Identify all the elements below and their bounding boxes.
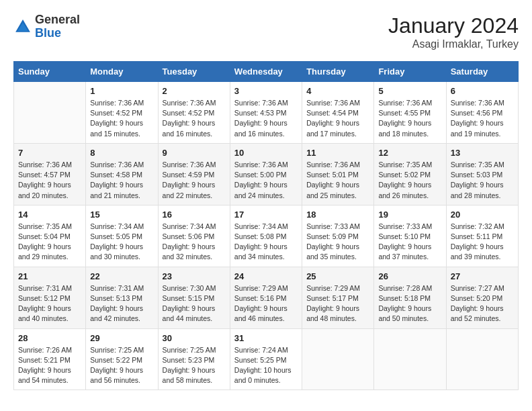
- logo-general: General: [35, 13, 80, 27]
- day-info: Sunrise: 7:26 AMSunset: 5:21 PMDaylight:…: [18, 345, 81, 386]
- logo: General Blue: [13, 13, 80, 40]
- day-info: Sunrise: 7:28 AMSunset: 5:18 PMDaylight:…: [378, 283, 441, 324]
- day-number: 20: [451, 210, 514, 220]
- day-number: 19: [378, 210, 441, 220]
- calendar-cell: 27Sunrise: 7:27 AMSunset: 5:20 PMDayligh…: [446, 267, 518, 328]
- weekday-header: Monday: [86, 62, 158, 82]
- day-info: Sunrise: 7:36 AMSunset: 4:55 PMDaylight:…: [378, 98, 441, 139]
- day-info: Sunrise: 7:31 AMSunset: 5:13 PMDaylight:…: [90, 283, 153, 324]
- weekday-header: Tuesday: [158, 62, 230, 82]
- day-info: Sunrise: 7:36 AMSunset: 5:01 PMDaylight:…: [306, 160, 369, 201]
- weekday-header: Thursday: [302, 62, 374, 82]
- calendar-cell: 6Sunrise: 7:36 AMSunset: 4:56 PMDaylight…: [446, 82, 518, 144]
- day-number: 22: [90, 271, 153, 281]
- calendar-cell: 15Sunrise: 7:34 AMSunset: 5:05 PMDayligh…: [86, 205, 158, 267]
- day-number: 7: [18, 148, 81, 158]
- day-info: Sunrise: 7:36 AMSunset: 4:53 PMDaylight:…: [234, 98, 298, 139]
- day-info: Sunrise: 7:25 AMSunset: 5:22 PMDaylight:…: [90, 345, 153, 386]
- day-info: Sunrise: 7:31 AMSunset: 5:12 PMDaylight:…: [18, 283, 81, 324]
- calendar-cell: 23Sunrise: 7:30 AMSunset: 5:15 PMDayligh…: [158, 267, 230, 328]
- day-number: 1: [90, 86, 153, 96]
- calendar-cell: 16Sunrise: 7:34 AMSunset: 5:06 PMDayligh…: [158, 205, 230, 267]
- day-number: 16: [163, 210, 226, 220]
- calendar-cell: 31Sunrise: 7:24 AMSunset: 5:25 PMDayligh…: [230, 328, 302, 390]
- day-info: Sunrise: 7:27 AMSunset: 5:20 PMDaylight:…: [451, 283, 514, 324]
- calendar-cell: [374, 328, 446, 390]
- calendar-cell: 10Sunrise: 7:36 AMSunset: 5:00 PMDayligh…: [230, 143, 302, 205]
- day-number: 21: [18, 271, 81, 281]
- calendar-cell: 22Sunrise: 7:31 AMSunset: 5:13 PMDayligh…: [86, 267, 158, 328]
- calendar-cell: 24Sunrise: 7:29 AMSunset: 5:16 PMDayligh…: [230, 267, 302, 328]
- calendar-cell: [446, 328, 518, 390]
- calendar-table: SundayMondayTuesdayWednesdayThursdayFrid…: [13, 61, 519, 390]
- calendar-cell: 19Sunrise: 7:33 AMSunset: 5:10 PMDayligh…: [374, 205, 446, 267]
- calendar-cell: 11Sunrise: 7:36 AMSunset: 5:01 PMDayligh…: [302, 143, 374, 205]
- calendar-week-row: 14Sunrise: 7:35 AMSunset: 5:04 PMDayligh…: [14, 205, 519, 267]
- day-info: Sunrise: 7:32 AMSunset: 5:11 PMDaylight:…: [451, 222, 514, 263]
- calendar-cell: 8Sunrise: 7:36 AMSunset: 4:58 PMDaylight…: [86, 143, 158, 205]
- calendar-cell: 17Sunrise: 7:34 AMSunset: 5:08 PMDayligh…: [230, 205, 302, 267]
- day-number: 10: [234, 148, 298, 158]
- day-info: Sunrise: 7:36 AMSunset: 4:52 PMDaylight:…: [163, 98, 226, 139]
- day-info: Sunrise: 7:36 AMSunset: 4:56 PMDaylight:…: [451, 98, 514, 139]
- calendar-cell: 12Sunrise: 7:35 AMSunset: 5:02 PMDayligh…: [374, 143, 446, 205]
- day-number: 9: [163, 148, 226, 158]
- day-info: Sunrise: 7:36 AMSunset: 5:00 PMDaylight:…: [234, 160, 298, 201]
- logo-blue: Blue: [35, 27, 80, 40]
- calendar-cell: 1Sunrise: 7:36 AMSunset: 4:52 PMDaylight…: [86, 82, 158, 144]
- day-info: Sunrise: 7:34 AMSunset: 5:08 PMDaylight:…: [234, 222, 298, 263]
- calendar-cell: 28Sunrise: 7:26 AMSunset: 5:21 PMDayligh…: [14, 328, 86, 390]
- day-info: Sunrise: 7:36 AMSunset: 4:54 PMDaylight:…: [306, 98, 369, 139]
- page-subtitle: Asagi Irmaklar, Turkey: [388, 38, 519, 50]
- day-number: 15: [90, 210, 153, 220]
- day-number: 25: [306, 271, 369, 281]
- day-number: 29: [90, 333, 153, 343]
- day-info: Sunrise: 7:36 AMSunset: 4:52 PMDaylight:…: [90, 98, 153, 139]
- day-info: Sunrise: 7:24 AMSunset: 5:25 PMDaylight:…: [234, 345, 298, 386]
- calendar-cell: 4Sunrise: 7:36 AMSunset: 4:54 PMDaylight…: [302, 82, 374, 144]
- calendar-cell: 5Sunrise: 7:36 AMSunset: 4:55 PMDaylight…: [374, 82, 446, 144]
- calendar-cell: 7Sunrise: 7:36 AMSunset: 4:57 PMDaylight…: [14, 143, 86, 205]
- calendar-week-row: 28Sunrise: 7:26 AMSunset: 5:21 PMDayligh…: [14, 328, 519, 390]
- day-number: 5: [378, 86, 441, 96]
- weekday-header: Wednesday: [230, 62, 302, 82]
- day-info: Sunrise: 7:34 AMSunset: 5:06 PMDaylight:…: [163, 222, 226, 263]
- day-number: 27: [451, 271, 514, 281]
- day-number: 28: [18, 333, 81, 343]
- day-info: Sunrise: 7:30 AMSunset: 5:15 PMDaylight:…: [163, 283, 226, 324]
- calendar-cell: 29Sunrise: 7:25 AMSunset: 5:22 PMDayligh…: [86, 328, 158, 390]
- calendar-cell: [14, 82, 86, 144]
- day-number: 17: [234, 210, 298, 220]
- day-number: 30: [163, 333, 226, 343]
- logo-text: General Blue: [35, 13, 80, 40]
- day-info: Sunrise: 7:35 AMSunset: 5:04 PMDaylight:…: [18, 222, 81, 263]
- calendar-cell: 25Sunrise: 7:29 AMSunset: 5:17 PMDayligh…: [302, 267, 374, 328]
- day-number: 24: [234, 271, 298, 281]
- calendar-week-row: 21Sunrise: 7:31 AMSunset: 5:12 PMDayligh…: [14, 267, 519, 328]
- day-info: Sunrise: 7:36 AMSunset: 4:57 PMDaylight:…: [18, 160, 81, 201]
- day-info: Sunrise: 7:33 AMSunset: 5:10 PMDaylight:…: [378, 222, 441, 263]
- calendar-cell: 20Sunrise: 7:32 AMSunset: 5:11 PMDayligh…: [446, 205, 518, 267]
- day-number: 31: [234, 333, 298, 343]
- weekday-header: Saturday: [446, 62, 518, 82]
- calendar-cell: 9Sunrise: 7:36 AMSunset: 4:59 PMDaylight…: [158, 143, 230, 205]
- calendar-cell: 13Sunrise: 7:35 AMSunset: 5:03 PMDayligh…: [446, 143, 518, 205]
- calendar-header-row: SundayMondayTuesdayWednesdayThursdayFrid…: [14, 62, 519, 82]
- day-number: 11: [306, 148, 369, 158]
- day-number: 3: [234, 86, 298, 96]
- day-number: 18: [306, 210, 369, 220]
- page-title: January 2024: [388, 13, 519, 38]
- day-number: 14: [18, 210, 81, 220]
- calendar-cell: 30Sunrise: 7:25 AMSunset: 5:23 PMDayligh…: [158, 328, 230, 390]
- day-info: Sunrise: 7:25 AMSunset: 5:23 PMDaylight:…: [163, 345, 226, 386]
- calendar-cell: 2Sunrise: 7:36 AMSunset: 4:52 PMDaylight…: [158, 82, 230, 144]
- day-number: 2: [163, 86, 226, 96]
- day-number: 8: [90, 148, 153, 158]
- calendar-cell: [302, 328, 374, 390]
- page-header: General Blue January 2024 Asagi Irmaklar…: [13, 13, 519, 50]
- day-number: 4: [306, 86, 369, 96]
- day-number: 13: [451, 148, 514, 158]
- day-info: Sunrise: 7:29 AMSunset: 5:16 PMDaylight:…: [234, 283, 298, 324]
- calendar-cell: 21Sunrise: 7:31 AMSunset: 5:12 PMDayligh…: [14, 267, 86, 328]
- calendar-week-row: 7Sunrise: 7:36 AMSunset: 4:57 PMDaylight…: [14, 143, 519, 205]
